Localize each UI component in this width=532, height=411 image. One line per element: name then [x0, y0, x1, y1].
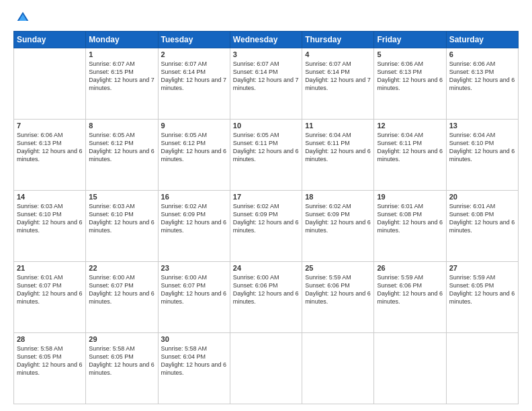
day-number: 26 — [377, 264, 443, 272]
calendar-cell: 30Sunrise: 5:58 AMSunset: 6:04 PMDayligh… — [158, 333, 230, 404]
calendar-cell — [446, 333, 518, 404]
calendar-week-row: 7Sunrise: 6:06 AMSunset: 6:13 PMDaylight… — [14, 120, 519, 191]
calendar-header-row: SundayMondayTuesdayWednesdayThursdayFrid… — [14, 32, 519, 48]
day-number: 6 — [449, 50, 515, 58]
day-info: Sunrise: 6:05 AMSunset: 6:11 PMDaylight:… — [233, 131, 299, 164]
calendar-cell: 18Sunrise: 6:02 AMSunset: 6:09 PMDayligh… — [302, 191, 374, 262]
day-info: Sunrise: 6:01 AMSunset: 6:08 PMDaylight:… — [377, 202, 443, 235]
day-number: 18 — [305, 193, 371, 201]
day-info: Sunrise: 6:04 AMSunset: 6:11 PMDaylight:… — [305, 131, 371, 164]
day-info: Sunrise: 6:00 AMSunset: 6:07 PMDaylight:… — [161, 273, 227, 306]
day-info: Sunrise: 6:02 AMSunset: 6:09 PMDaylight:… — [161, 202, 227, 235]
day-info: Sunrise: 6:07 AMSunset: 6:14 PMDaylight:… — [161, 60, 227, 93]
day-info: Sunrise: 6:02 AMSunset: 6:09 PMDaylight:… — [233, 202, 299, 235]
day-number: 29 — [89, 335, 154, 343]
day-number: 17 — [233, 193, 299, 201]
calendar-cell: 28Sunrise: 5:58 AMSunset: 6:05 PMDayligh… — [14, 333, 86, 404]
calendar-cell: 10Sunrise: 6:05 AMSunset: 6:11 PMDayligh… — [230, 120, 302, 191]
calendar-header-sunday: Sunday — [14, 32, 86, 48]
calendar-cell: 16Sunrise: 6:02 AMSunset: 6:09 PMDayligh… — [158, 191, 230, 262]
calendar-week-row: 14Sunrise: 6:03 AMSunset: 6:10 PMDayligh… — [14, 191, 519, 262]
logo — [13, 11, 30, 24]
day-number: 7 — [17, 122, 83, 130]
calendar-cell: 2Sunrise: 6:07 AMSunset: 6:14 PMDaylight… — [158, 48, 230, 120]
day-number: 3 — [233, 50, 299, 58]
calendar-cell: 9Sunrise: 6:05 AMSunset: 6:12 PMDaylight… — [158, 120, 230, 191]
calendar-cell: 13Sunrise: 6:04 AMSunset: 6:10 PMDayligh… — [446, 120, 518, 191]
day-number: 22 — [89, 264, 154, 272]
day-number: 24 — [233, 264, 299, 272]
calendar-cell: 8Sunrise: 6:05 AMSunset: 6:12 PMDaylight… — [86, 120, 158, 191]
calendar-header-monday: Monday — [86, 32, 158, 48]
day-number: 2 — [161, 50, 227, 58]
calendar-cell: 19Sunrise: 6:01 AMSunset: 6:08 PMDayligh… — [374, 191, 446, 262]
calendar-cell — [14, 48, 86, 120]
calendar-cell: 12Sunrise: 6:04 AMSunset: 6:11 PMDayligh… — [374, 120, 446, 191]
day-info: Sunrise: 6:01 AMSunset: 6:08 PMDaylight:… — [449, 202, 515, 235]
calendar-cell: 22Sunrise: 6:00 AMSunset: 6:07 PMDayligh… — [86, 262, 158, 333]
day-info: Sunrise: 6:07 AMSunset: 6:14 PMDaylight:… — [233, 60, 299, 93]
day-info: Sunrise: 6:06 AMSunset: 6:13 PMDaylight:… — [449, 60, 515, 93]
page: SundayMondayTuesdayWednesdayThursdayFrid… — [0, 0, 532, 411]
day-info: Sunrise: 5:58 AMSunset: 6:05 PMDaylight:… — [17, 345, 83, 377]
day-info: Sunrise: 5:59 AMSunset: 6:05 PMDaylight:… — [449, 273, 515, 306]
day-info: Sunrise: 6:06 AMSunset: 6:13 PMDaylight:… — [17, 131, 83, 164]
day-number: 11 — [305, 122, 371, 130]
day-info: Sunrise: 6:03 AMSunset: 6:10 PMDaylight:… — [17, 202, 83, 235]
day-number: 14 — [17, 193, 83, 201]
day-info: Sunrise: 6:07 AMSunset: 6:14 PMDaylight:… — [305, 60, 371, 93]
calendar-week-row: 28Sunrise: 5:58 AMSunset: 6:05 PMDayligh… — [14, 333, 519, 404]
calendar-cell: 26Sunrise: 5:59 AMSunset: 6:06 PMDayligh… — [374, 262, 446, 333]
day-info: Sunrise: 6:01 AMSunset: 6:07 PMDaylight:… — [17, 273, 83, 306]
calendar-cell: 21Sunrise: 6:01 AMSunset: 6:07 PMDayligh… — [14, 262, 86, 333]
day-number: 30 — [161, 335, 227, 343]
day-info: Sunrise: 6:04 AMSunset: 6:10 PMDaylight:… — [449, 131, 515, 164]
day-number: 4 — [305, 50, 371, 58]
logo-icon — [16, 11, 30, 24]
day-info: Sunrise: 6:00 AMSunset: 6:07 PMDaylight:… — [89, 273, 154, 306]
day-number: 23 — [161, 264, 227, 272]
calendar-cell — [302, 333, 374, 404]
calendar-cell: 5Sunrise: 6:06 AMSunset: 6:13 PMDaylight… — [374, 48, 446, 120]
calendar-week-row: 1Sunrise: 6:07 AMSunset: 6:15 PMDaylight… — [14, 48, 519, 120]
day-info: Sunrise: 6:07 AMSunset: 6:15 PMDaylight:… — [89, 60, 154, 93]
calendar-cell: 15Sunrise: 6:03 AMSunset: 6:10 PMDayligh… — [86, 191, 158, 262]
day-info: Sunrise: 6:06 AMSunset: 6:13 PMDaylight:… — [377, 60, 443, 93]
day-number: 25 — [305, 264, 371, 272]
day-number: 13 — [449, 122, 515, 130]
calendar-cell — [230, 333, 302, 404]
calendar-header-wednesday: Wednesday — [230, 32, 302, 48]
day-info: Sunrise: 6:05 AMSunset: 6:12 PMDaylight:… — [89, 131, 154, 164]
calendar-cell: 25Sunrise: 5:59 AMSunset: 6:06 PMDayligh… — [302, 262, 374, 333]
day-info: Sunrise: 6:02 AMSunset: 6:09 PMDaylight:… — [305, 202, 371, 235]
calendar-cell: 17Sunrise: 6:02 AMSunset: 6:09 PMDayligh… — [230, 191, 302, 262]
day-info: Sunrise: 5:58 AMSunset: 6:05 PMDaylight:… — [89, 345, 154, 377]
day-number: 1 — [89, 50, 154, 58]
calendar-cell: 4Sunrise: 6:07 AMSunset: 6:14 PMDaylight… — [302, 48, 374, 120]
day-number: 16 — [161, 193, 227, 201]
day-number: 8 — [89, 122, 154, 130]
calendar-header-saturday: Saturday — [446, 32, 518, 48]
day-info: Sunrise: 5:59 AMSunset: 6:06 PMDaylight:… — [377, 273, 443, 306]
calendar-cell: 3Sunrise: 6:07 AMSunset: 6:14 PMDaylight… — [230, 48, 302, 120]
day-info: Sunrise: 6:03 AMSunset: 6:10 PMDaylight:… — [89, 202, 154, 235]
day-info: Sunrise: 6:05 AMSunset: 6:12 PMDaylight:… — [161, 131, 227, 164]
day-number: 9 — [161, 122, 227, 130]
calendar-cell: 23Sunrise: 6:00 AMSunset: 6:07 PMDayligh… — [158, 262, 230, 333]
calendar-table: SundayMondayTuesdayWednesdayThursdayFrid… — [13, 31, 519, 404]
calendar-header-friday: Friday — [374, 32, 446, 48]
calendar-cell: 27Sunrise: 5:59 AMSunset: 6:05 PMDayligh… — [446, 262, 518, 333]
calendar-cell: 6Sunrise: 6:06 AMSunset: 6:13 PMDaylight… — [446, 48, 518, 120]
day-number: 12 — [377, 122, 443, 130]
day-number: 15 — [89, 193, 154, 201]
calendar-week-row: 21Sunrise: 6:01 AMSunset: 6:07 PMDayligh… — [14, 262, 519, 333]
calendar-cell: 14Sunrise: 6:03 AMSunset: 6:10 PMDayligh… — [14, 191, 86, 262]
calendar-cell: 29Sunrise: 5:58 AMSunset: 6:05 PMDayligh… — [86, 333, 158, 404]
calendar-cell: 7Sunrise: 6:06 AMSunset: 6:13 PMDaylight… — [14, 120, 86, 191]
day-number: 27 — [449, 264, 515, 272]
day-number: 28 — [17, 335, 83, 343]
day-number: 10 — [233, 122, 299, 130]
calendar-cell: 20Sunrise: 6:01 AMSunset: 6:08 PMDayligh… — [446, 191, 518, 262]
calendar-cell: 11Sunrise: 6:04 AMSunset: 6:11 PMDayligh… — [302, 120, 374, 191]
day-info: Sunrise: 6:00 AMSunset: 6:06 PMDaylight:… — [233, 273, 299, 306]
